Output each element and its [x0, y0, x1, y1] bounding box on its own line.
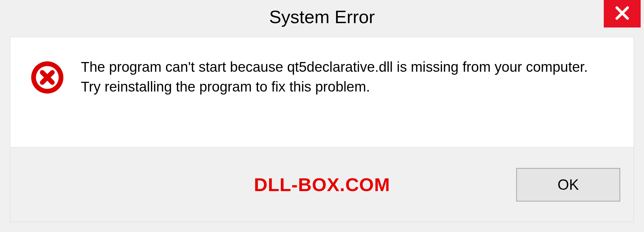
- dialog-footer: DLL-BOX.COM OK: [10, 148, 634, 222]
- content-panel: The program can't start because qt5decla…: [10, 37, 634, 148]
- titlebar: System Error: [0, 0, 644, 34]
- close-icon: [614, 5, 630, 22]
- error-dialog: System Error The program can't start bec…: [0, 0, 644, 232]
- error-icon: [31, 61, 64, 94]
- error-message: The program can't start because qt5decla…: [81, 57, 604, 97]
- close-button[interactable]: [604, 0, 641, 27]
- watermark-text: DLL-BOX.COM: [254, 174, 390, 195]
- ok-button[interactable]: OK: [516, 168, 620, 201]
- dialog-title: System Error: [269, 6, 375, 27]
